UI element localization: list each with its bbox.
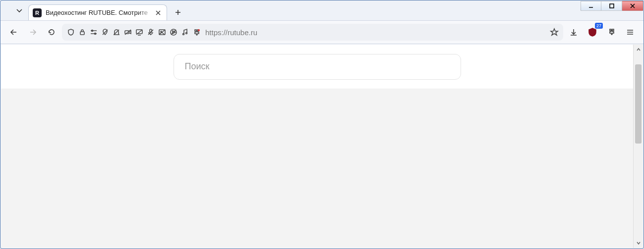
tab-strip: R Видеохостинг RUTUBE. Смотрите [0, 0, 644, 20]
toolbar-right-icons: 27 [565, 24, 639, 41]
images-blocked-icon[interactable] [157, 27, 167, 37]
midi-icon[interactable] [180, 27, 190, 37]
location-blocked-icon[interactable] [100, 27, 110, 37]
reload-button[interactable] [43, 24, 60, 41]
tab-title: Видеохостинг RUTUBE. Смотрите [46, 9, 150, 16]
page-content [1, 45, 633, 248]
lock-icon[interactable] [77, 27, 87, 37]
extension-puzzle-icon[interactable] [191, 27, 201, 37]
site-header [1, 45, 633, 89]
site-search-input[interactable] [185, 61, 450, 72]
autoplay-blocked-icon[interactable] [169, 27, 178, 37]
scroll-thumb[interactable] [635, 64, 642, 144]
url-text[interactable]: https://rutube.ru [203, 28, 547, 37]
scroll-up-arrow[interactable] [634, 45, 643, 54]
app-menu-button[interactable] [622, 24, 639, 41]
site-search-box[interactable] [174, 54, 461, 80]
microphone-blocked-icon[interactable] [146, 27, 156, 37]
page-viewport [1, 45, 643, 248]
address-bar-icons [66, 27, 201, 37]
notification-blocked-icon[interactable] [112, 27, 121, 37]
tab-close-button[interactable] [154, 8, 163, 17]
tab-favicon: R [33, 8, 42, 17]
navigation-toolbar: https://rutube.ru 27 [0, 20, 644, 44]
browser-tab[interactable]: R Видеохостинг RUTUBE. Смотрите [28, 4, 167, 20]
new-tab-button[interactable] [170, 4, 186, 20]
scroll-down-arrow[interactable] [634, 238, 643, 248]
camera-blocked-icon[interactable] [123, 27, 133, 37]
address-bar[interactable]: https://rutube.ru [62, 24, 563, 41]
svg-point-31 [183, 34, 184, 35]
svg-point-33 [198, 29, 200, 31]
forward-button[interactable] [24, 24, 41, 41]
svg-marker-34 [551, 29, 558, 35]
screen-blocked-icon[interactable] [134, 27, 144, 37]
permissions-icon[interactable] [89, 27, 99, 37]
svg-point-32 [186, 33, 187, 34]
bookmark-star-icon[interactable] [549, 27, 559, 37]
vertical-scrollbar[interactable] [633, 45, 643, 248]
extensions-button[interactable] [603, 24, 620, 41]
back-button[interactable] [5, 24, 22, 41]
svg-rect-10 [80, 32, 84, 35]
adblock-badge-count: 27 [595, 23, 603, 29]
shield-icon[interactable] [66, 27, 76, 37]
downloads-button[interactable] [565, 24, 582, 41]
adblock-extension-button[interactable]: 27 [584, 24, 601, 41]
tabs-list-dropdown[interactable] [10, 0, 28, 20]
